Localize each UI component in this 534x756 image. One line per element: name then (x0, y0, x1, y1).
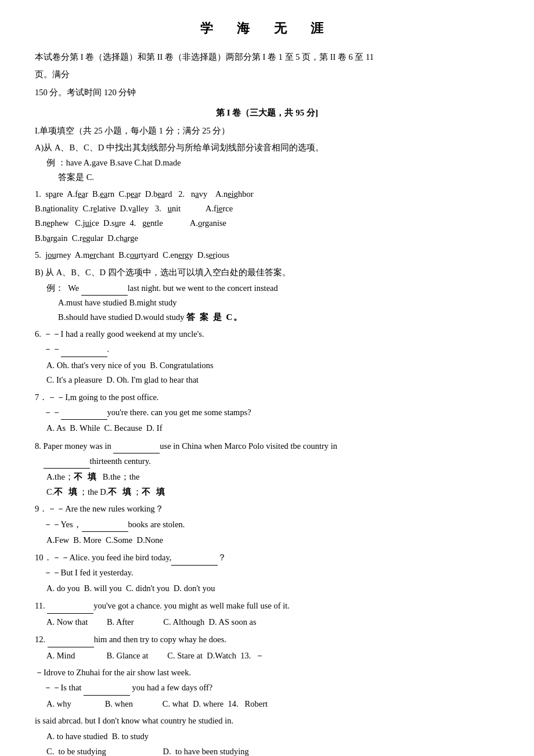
question-7-opts: A. As B. While C. Because D. If (46, 421, 499, 435)
example-a-label: 例 ：have A.gave B.save C.hat D.made (46, 156, 499, 170)
example-b-opt1: A.must have studied B.might study (58, 296, 499, 310)
question-8-optC: C.不 填；the D.不 填；不 填 (46, 485, 499, 499)
question-13-opts: A. why B. when C. what D. where 14. Robe… (46, 697, 499, 711)
question-9-opts: A.Few B. More C.Some D.None (46, 533, 499, 548)
question-7: 7．－－I,m going to the post office. －－ you… (35, 390, 499, 420)
question-11-opts: A. Now that B. After C. Although D. AS s… (46, 615, 499, 629)
question-6-optA: A. Oh. that's very nice of you B. Congra… (46, 358, 499, 373)
intro-text-1: 本试卷分第 I 卷（选择题）和第 II 卷（非选择题）两部分第 I 卷 1 至 … (35, 49, 499, 64)
question-10: 10．－－Alice. you feed ihe bird today, ？ －… (35, 550, 499, 580)
intro-text-2: 页。满分 (35, 67, 499, 82)
section1-title: 第 I 卷（三大题，共 95 分] (35, 106, 499, 121)
part-b-instruction: B) 从 A、B、C、D 四个选项中，选出可以填入空白处的最佳答案。 (35, 265, 499, 280)
question-13: －Idrove to Zhuhai for the air show last … (35, 665, 499, 696)
question-6: 6. －－I had a really good weekend at my u… (35, 327, 499, 357)
question-5: 5. journey A.merchant B.courtyard C.ener… (35, 248, 499, 262)
example-b: 例： We last night. but we went to the con… (46, 280, 499, 296)
question-1: 1. spare A.fear B.earn C.pear D.beard 2.… (35, 187, 499, 246)
part1-title: I.单项填空（共 25 小题，每小题 1 分；满分 25 分） (35, 124, 499, 138)
question-6-optC: C. It's a pleasure D. Oh. I'm glad to he… (46, 373, 499, 387)
example-b-opt2: B.should have studied D.would study 答 案 … (58, 310, 499, 325)
question-14-optA: A. to have studied B. to study (46, 729, 499, 744)
question-10-opts: A. do you B. will you C. didn't you D. d… (46, 581, 499, 596)
question-14-optC: C. to be studying D. to have been studyi… (46, 744, 499, 756)
part-a-instruction: A)从 A、B、C、D 中找出其划线部分与所给单词划线部分读音相同的选项。 (35, 141, 499, 155)
page-title: 学 海 无 涯 (35, 17, 499, 39)
question-9: 9．－－Are the new rules working？ －－Yes， bo… (35, 502, 499, 532)
question-8-optA: A.the；不 填 B.the；the (46, 470, 499, 484)
question-14: is said abrcad. but I don't know what co… (35, 714, 499, 728)
question-11: 11. you've got a chance. you might as we… (35, 598, 499, 613)
intro-text-3: 150 分。考试时间 120 分钟 (35, 85, 499, 100)
question-12-opts: A. Mind B. Glance at C. Stare at D.Watch… (46, 649, 499, 663)
example-a-answer: 答案是 C. (58, 170, 499, 185)
question-12: 12. him and then try to copy whay he doe… (35, 632, 499, 647)
question-8: 8. Paper money was in use in China when … (35, 438, 499, 469)
